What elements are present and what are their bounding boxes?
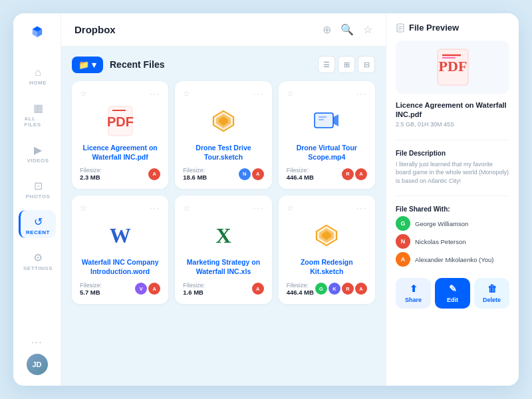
file-meta-3: Filesize: 5.7 MB V A [80, 282, 160, 296]
file-card-top-5: ☆ ··· [287, 203, 367, 213]
file-size-label-0: Filesize: [80, 167, 102, 174]
file-card-2[interactable]: ☆ ··· Drone Virtual Tour Scope.mp4 [279, 81, 375, 189]
sidebar-label-settings: SETTINGS [23, 265, 53, 271]
list-view-toggle[interactable]: ☰ [318, 56, 335, 73]
more-btn-3[interactable]: ··· [150, 203, 160, 213]
file-icon-4: X [183, 218, 263, 253]
divider-1 [396, 140, 509, 140]
videos-icon: ▶ [34, 144, 42, 156]
sidebar-label-photos: PHOTOS [26, 194, 51, 200]
sidebar-item-settings[interactable]: ⚙ SETTINGS [19, 246, 56, 274]
file-size-label-5: Filesize: [287, 282, 314, 289]
shared-avatar-1: N [396, 234, 410, 249]
file-size-5: 446.4 MB [287, 289, 314, 296]
sidebar-item-recent[interactable]: ↺ RECENT [19, 210, 56, 238]
file-size-2: 446.4 MB [287, 174, 314, 181]
right-panel: File Preview PDF Licence Agreement on Wa… [386, 13, 519, 386]
sidebar-bottom: ··· JD [27, 336, 48, 375]
more-btn-1[interactable]: ··· [253, 89, 264, 98]
file-avatars-1: N A [239, 168, 264, 180]
word-icon-3: W [110, 223, 131, 248]
star-btn-3[interactable]: ☆ [80, 203, 87, 213]
star-icon[interactable]: ☆ [363, 23, 372, 36]
excel-icon-4: X [215, 223, 231, 248]
files-area: 📁 ▾ Recent Files ☰ ⊞ ⊟ ☆ ··· [61, 47, 386, 386]
more-btn-5[interactable]: ··· [356, 203, 367, 213]
edit-button[interactable]: ✎ Edit [435, 278, 470, 309]
folder-chevron: ▾ [92, 60, 96, 70]
file-card-0[interactable]: ☆ ··· PDF Licence Agreement on Waterfall… [72, 81, 168, 189]
divider-2 [396, 196, 509, 196]
grid3-view-toggle[interactable]: ⊟ [358, 56, 375, 73]
file-card-top-1: ☆ ··· [183, 89, 263, 98]
shared-user-2: A Alexander Mikolaenko (You) [396, 252, 509, 267]
file-card-top-3: ☆ ··· [80, 203, 160, 213]
file-size-label-3: Filesize: [80, 282, 102, 289]
file-avatar-0-0: A [148, 168, 160, 180]
more-btn-0[interactable]: ··· [150, 89, 160, 98]
shared-name-2: Alexander Mikolaenko (You) [415, 256, 493, 263]
file-description: I literally just learned that my favorit… [396, 160, 509, 186]
file-preview-icon [396, 23, 405, 33]
file-card-5[interactable]: ☆ ··· Zoom Redesign Kit.sketch [279, 196, 375, 303]
app-logo [29, 24, 45, 44]
file-avatar-1-1: A [252, 168, 264, 180]
file-meta-5: Filesize: 446.4 MB G K R A [287, 282, 367, 296]
file-avatars-5: G K R A [315, 283, 367, 295]
panel-file-thumb: PDF [396, 41, 509, 94]
star-btn-5[interactable]: ☆ [287, 203, 294, 213]
add-icon[interactable]: ⊕ [323, 23, 331, 36]
star-btn-1[interactable]: ☆ [183, 89, 190, 98]
folder-icon: 📁 [78, 60, 89, 70]
sidebar-label-all-files: ALL FILES [25, 116, 52, 128]
sidebar-item-all-files[interactable]: ▦ ALL FILES [19, 96, 56, 130]
file-size-0: 2.3 MB [80, 174, 102, 181]
file-description-title: File Description [396, 150, 509, 157]
star-btn-2[interactable]: ☆ [287, 89, 294, 98]
view-toggles: ☰ ⊞ ⊟ [318, 56, 375, 73]
share-icon: ⬆ [410, 283, 418, 294]
files-grid: ☆ ··· PDF Licence Agreement on Waterfall… [72, 81, 375, 304]
file-icon-0: PDF [80, 104, 160, 138]
share-button[interactable]: ⬆ Share [396, 278, 431, 309]
panel-file-size: 2.5 GB, 01H 30M 45S [396, 121, 509, 128]
search-icon[interactable]: 🔍 [340, 23, 354, 36]
svg-text:PDF: PDF [438, 58, 467, 74]
file-avatar-4-0: A [252, 283, 264, 295]
file-avatars-0: A [148, 168, 160, 180]
file-avatar-2-0: R [342, 168, 354, 180]
photos-icon: ⊡ [34, 180, 43, 192]
more-btn-4[interactable]: ··· [253, 203, 264, 213]
more-options-dots[interactable]: ··· [31, 336, 43, 347]
file-avatars-4: A [252, 283, 264, 295]
files-section-title: Recent Files [110, 59, 318, 70]
file-card-top-2: ☆ ··· [287, 89, 367, 98]
delete-icon: 🗑 [487, 283, 497, 294]
delete-button[interactable]: 🗑 Delete [474, 278, 509, 309]
recent-icon: ↺ [34, 215, 43, 228]
shared-user-1: N Nickolas Peterson [396, 234, 509, 249]
user-avatar[interactable]: JD [27, 354, 48, 375]
sidebar-item-photos[interactable]: ⊡ PHOTOS [19, 174, 56, 202]
file-name-0: Licence Agreement on Waterfall INC.pdf [80, 144, 160, 162]
file-avatars-2: R A [342, 168, 367, 180]
star-btn-4[interactable]: ☆ [183, 203, 190, 213]
file-size-1: 18.6 MB [183, 174, 207, 181]
star-btn-0[interactable]: ☆ [80, 89, 87, 98]
panel-actions: ⬆ Share ✎ Edit 🗑 Delete [396, 278, 509, 309]
folder-button[interactable]: 📁 ▾ [72, 57, 103, 73]
panel-title: File Preview [396, 23, 509, 33]
shared-avatar-2: A [396, 252, 410, 267]
file-card-1[interactable]: ☆ ··· Drone Test Drive Tour.sketch [175, 81, 271, 189]
app-container: ⌂ HOME ▦ ALL FILES ▶ VIDEOS ⊡ PHOTOS ↺ R… [13, 13, 519, 386]
file-avatar-5-2: R [342, 283, 354, 295]
file-card-4[interactable]: ☆ ··· X Marketing Strategy on Waterfall … [175, 196, 271, 303]
sidebar-item-home[interactable]: ⌂ HOME [19, 61, 56, 88]
file-card-3[interactable]: ☆ ··· W Waterfall INC Company Introducti… [72, 196, 168, 303]
sidebar-item-videos[interactable]: ▶ VIDEOS [19, 138, 56, 166]
file-icon-3: W [80, 218, 160, 253]
grid2-view-toggle[interactable]: ⊞ [338, 56, 355, 73]
more-btn-2[interactable]: ··· [356, 89, 367, 98]
file-size-label-4: Filesize: [183, 282, 205, 289]
sidebar-label-home: HOME [29, 80, 47, 86]
